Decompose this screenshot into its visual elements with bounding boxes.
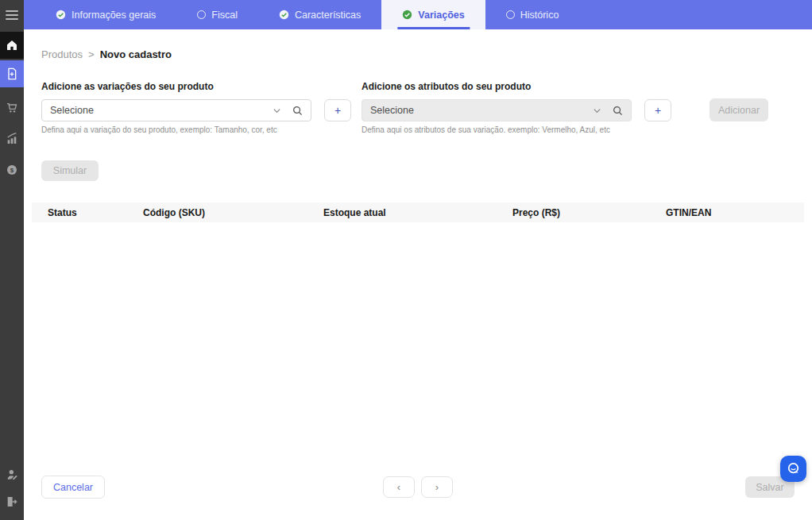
sidebar-item-finance[interactable]: $ [0, 156, 24, 183]
column-header-estoque: Estoque atual [323, 207, 386, 218]
file-plus-icon [6, 67, 18, 80]
attributes-select-value: Selecione [370, 105, 414, 116]
chat-launcher-button[interactable] [780, 456, 806, 482]
user-edit-icon [6, 468, 18, 481]
next-page-button[interactable]: › [421, 476, 453, 498]
sidebar-item-sales[interactable] [0, 125, 24, 152]
dollar-coin-icon: $ [6, 164, 18, 176]
column-header-status: Status [48, 207, 77, 218]
app-window: $ Informações gerais [0, 0, 812, 520]
hamburger-icon [6, 14, 18, 16]
adicionar-button[interactable]: Adicionar [710, 98, 768, 121]
logout-icon [6, 495, 18, 508]
shopping-cart-icon [6, 102, 18, 114]
cancelar-button[interactable]: Cancelar [41, 476, 105, 499]
sidebar-item-product-registration[interactable] [0, 60, 24, 87]
column-header-gtin: GTIN/EAN [666, 207, 711, 218]
breadcrumb-produtos[interactable]: Produtos [41, 48, 83, 60]
tab-label: Fiscal [211, 10, 238, 21]
breadcrumb: Produtos > Novo cadastro [41, 48, 812, 60]
hamburger-icon [6, 18, 18, 20]
pagination: ‹ › [383, 476, 453, 498]
variations-helper-text: Defina aqui a variação do seu produto, e… [41, 125, 351, 134]
sidebar-item-account[interactable] [0, 461, 24, 488]
variations-table-header: Status Código (SKU) Estoque atual Preço … [32, 202, 804, 222]
tab-label: Variações [418, 10, 464, 21]
variations-select-value: Selecione [50, 105, 94, 116]
tab-caracteristicas[interactable]: Características [258, 0, 381, 29]
breadcrumb-current: Novo cadastro [100, 48, 172, 60]
check-circle-icon [279, 10, 289, 20]
simular-button[interactable]: Simular [41, 160, 99, 181]
variations-label: Adicione as variações do seu produto [41, 81, 351, 92]
previous-page-button[interactable]: ‹ [383, 476, 415, 498]
svg-text:$: $ [10, 167, 14, 174]
menu-toggle-button[interactable] [0, 0, 24, 29]
attributes-helper-text: Defina aqui os atributos de sua variação… [362, 125, 671, 134]
tab-historico[interactable]: Histórico [485, 0, 580, 29]
circle-outline-icon [197, 10, 206, 19]
home-icon [6, 39, 18, 52]
main-area: Informações gerais Fiscal Característica… [24, 0, 812, 520]
tab-variacoes[interactable]: Variações [381, 0, 485, 29]
tab-label: Características [295, 10, 361, 21]
tab-label: Informações gerais [72, 10, 156, 21]
chat-bubble-icon [785, 460, 802, 477]
attributes-field: Adicione os atributos do seu produto Sel… [362, 81, 671, 134]
chevron-down-icon [593, 106, 601, 115]
column-header-sku: Código (SKU) [143, 207, 205, 218]
circle-outline-icon [506, 10, 515, 19]
footer-action-bar: Cancelar ‹ › Salvar [24, 475, 812, 499]
variation-form-row: Adicione as variações do seu produto Sel… [41, 81, 768, 134]
add-variation-button[interactable]: + [324, 99, 351, 121]
breadcrumb-separator: > [88, 48, 95, 60]
column-header-preco: Preço (R$) [512, 207, 560, 218]
wizard-tab-bar: Informações gerais Fiscal Característica… [24, 0, 812, 29]
hamburger-icon [6, 10, 18, 12]
sidebar-item-home[interactable] [0, 32, 24, 59]
content-panel: Produtos > Novo cadastro Adicione as var… [24, 29, 812, 520]
tab-fiscal[interactable]: Fiscal [176, 0, 258, 29]
attributes-label: Adicione os atributos do seu produto [362, 81, 671, 92]
tab-informacoes-gerais[interactable]: Informações gerais [35, 0, 176, 29]
sidebar-item-logout[interactable] [0, 488, 24, 515]
check-circle-icon [56, 10, 66, 20]
tab-label: Histórico [520, 10, 559, 21]
attributes-select[interactable]: Selecione [362, 99, 632, 121]
sales-chart-icon [6, 133, 18, 145]
variations-field: Adicione as variações do seu produto Sel… [41, 81, 351, 134]
sidebar: $ [0, 0, 24, 520]
add-attribute-button[interactable]: + [644, 99, 671, 121]
sidebar-item-purchases[interactable] [0, 94, 24, 121]
search-icon[interactable] [292, 106, 303, 116]
chevron-down-icon [273, 106, 281, 115]
check-circle-icon [402, 10, 412, 20]
search-icon[interactable] [613, 106, 623, 116]
variations-select[interactable]: Selecione [41, 99, 311, 121]
